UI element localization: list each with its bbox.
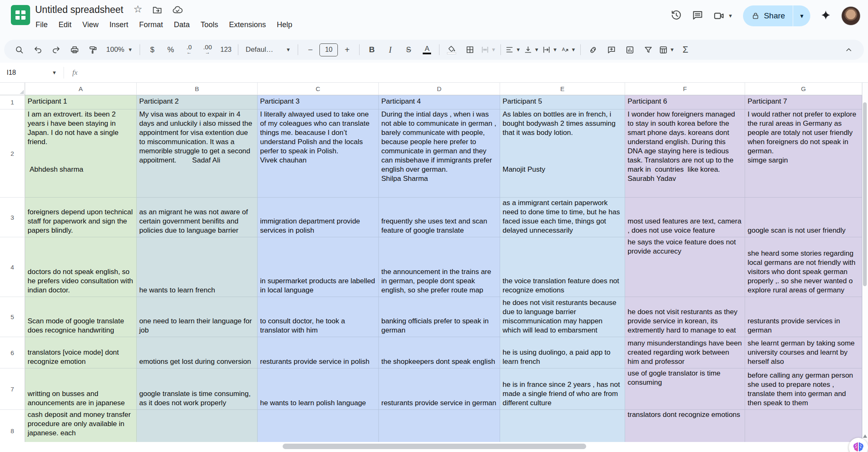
cell[interactable]: Participant 5 xyxy=(500,95,625,109)
menu-format[interactable]: Format xyxy=(134,18,168,31)
cell[interactable]: he is in france since 2 years , has not … xyxy=(500,368,625,410)
text-wrap-button[interactable]: ▼ xyxy=(541,42,559,58)
zoom-select[interactable]: 100% ▼ xyxy=(102,42,137,58)
column-header-f[interactable]: F xyxy=(625,83,745,95)
column-header-g[interactable]: G xyxy=(745,83,862,95)
name-box[interactable]: I18 ▼ xyxy=(0,69,61,76)
cell[interactable]: Participant 6 xyxy=(625,95,745,109)
table-tools-button[interactable]: ▼ xyxy=(657,42,676,58)
cell[interactable]: resturants provide service in polish xyxy=(258,337,379,368)
cell[interactable]: writting on busses and anouncements are … xyxy=(25,368,137,410)
column-header-d[interactable]: D xyxy=(379,83,500,95)
cell[interactable]: she heard some stories regarding local g… xyxy=(745,237,862,297)
decrease-font-size-button[interactable]: − xyxy=(301,42,319,58)
cell[interactable]: Participant 4 xyxy=(379,95,500,109)
borders-button[interactable] xyxy=(461,42,479,58)
cell[interactable]: before calling any german person she use… xyxy=(745,368,862,410)
cell[interactable]: he does not visit resturants as they pro… xyxy=(625,297,745,337)
cell[interactable]: use of gogle translator is time consumin… xyxy=(625,368,745,410)
share-dropdown[interactable]: ▼ xyxy=(793,13,810,19)
text-rotation-button[interactable]: A ▼ xyxy=(559,42,577,58)
text-color-button[interactable]: A xyxy=(418,42,436,58)
column-header-b[interactable]: B xyxy=(137,83,258,95)
create-filter-button[interactable] xyxy=(639,42,657,58)
increase-decimal-button[interactable]: .00→ xyxy=(198,42,217,58)
menu-view[interactable]: View xyxy=(77,18,104,31)
font-select[interactable]: Defaul… ▼ xyxy=(241,42,295,58)
insert-link-button[interactable] xyxy=(584,42,602,58)
move-folder-icon[interactable] xyxy=(152,5,162,15)
cell[interactable]: she learnt german by taking some univers… xyxy=(745,337,862,368)
collapse-toolbar-button[interactable] xyxy=(840,42,858,58)
cell[interactable]: frequently she uses text and scan featur… xyxy=(379,198,500,237)
cell[interactable]: the shopkeepers dont speak english xyxy=(379,337,500,368)
cell[interactable]: foreigners depend upon technical staff f… xyxy=(25,198,137,237)
row-header-1[interactable]: 1 xyxy=(0,95,25,109)
menu-help[interactable]: Help xyxy=(271,18,298,31)
cell[interactable]: Scan mode of google translate does recog… xyxy=(25,297,137,337)
paint-format-button[interactable] xyxy=(84,42,102,58)
undo-button[interactable] xyxy=(28,42,47,58)
redo-button[interactable] xyxy=(47,42,65,58)
row-header-6[interactable]: 6 xyxy=(0,337,25,368)
cell[interactable]: emotions get lost during conversion xyxy=(137,337,258,368)
italic-button[interactable]: I xyxy=(381,42,399,58)
cell[interactable]: many misunderstandings have been created… xyxy=(625,337,745,368)
menu-tools[interactable]: Tools xyxy=(195,18,224,31)
cell[interactable]: to consult doctor, he took a translator … xyxy=(258,297,379,337)
cell[interactable]: resturants provide service in german xyxy=(379,368,500,410)
cell[interactable]: As lables on bottles are in french, i bo… xyxy=(500,109,625,198)
sheets-logo[interactable] xyxy=(11,5,30,25)
cell[interactable]: one need to learn their language for job xyxy=(137,297,258,337)
cell[interactable]: translators [voice mode] dont recognize … xyxy=(25,337,137,368)
cell[interactable]: My visa was about to expair in 4 days an… xyxy=(137,109,258,198)
cell[interactable]: resturants provide services in german xyxy=(745,297,862,337)
select-all-corner[interactable] xyxy=(0,83,25,95)
column-header-e[interactable]: E xyxy=(500,83,625,95)
scroll-up-arrow-icon[interactable] xyxy=(863,434,867,438)
row-header-5[interactable]: 5 xyxy=(0,297,25,337)
insert-chart-button[interactable] xyxy=(620,42,639,58)
font-size-input[interactable]: 10 xyxy=(319,43,338,56)
row-header-4[interactable]: 4 xyxy=(0,237,25,297)
menu-insert[interactable]: Insert xyxy=(104,18,134,31)
account-avatar[interactable] xyxy=(841,6,860,25)
gemini-sparkle-icon[interactable] xyxy=(820,10,831,22)
version-history-icon[interactable] xyxy=(671,10,682,23)
cell[interactable]: the voice translation feature does not r… xyxy=(500,237,625,297)
cell[interactable]: Participant 7 xyxy=(745,95,862,109)
column-header-c[interactable]: C xyxy=(258,83,379,95)
format-currency-button[interactable]: $ xyxy=(143,42,161,58)
menu-data[interactable]: Data xyxy=(168,18,195,31)
document-title[interactable]: Untitled spreadsheet xyxy=(35,4,123,15)
cell[interactable]: Participant 1 xyxy=(25,95,137,109)
row-header-7[interactable]: 7 xyxy=(0,368,25,410)
cloud-status-icon[interactable] xyxy=(172,5,183,15)
cell[interactable]: Participant 3 xyxy=(258,95,379,109)
cell[interactable]: he wants to learn french xyxy=(137,237,258,297)
functions-button[interactable]: Σ xyxy=(676,42,694,58)
vertical-scrollbar-thumb[interactable] xyxy=(863,102,867,286)
vertical-align-button[interactable]: ▼ xyxy=(522,42,541,58)
meet-video-icon[interactable]: ▼ xyxy=(713,10,733,21)
column-header-a[interactable]: A xyxy=(25,83,137,95)
cell[interactable]: most used features are text, camera , do… xyxy=(625,198,745,237)
cell[interactable]: he says the voice feature does not provi… xyxy=(625,237,745,297)
cell[interactable]: doctors do not speak english, so he pref… xyxy=(25,237,137,297)
decrease-decimal-button[interactable]: .0← xyxy=(180,42,198,58)
cell[interactable]: he wants to learn polish language xyxy=(258,368,379,410)
cell[interactable]: banking officials prefer to speak in ger… xyxy=(379,297,500,337)
cell[interactable]: the announcement in the trains are in ge… xyxy=(379,237,500,297)
bold-button[interactable]: B xyxy=(363,42,381,58)
cell[interactable]: google scan is not user friendly xyxy=(745,198,862,237)
strikethrough-button[interactable]: S xyxy=(399,42,418,58)
cell[interactable]: immigration department provide services … xyxy=(258,198,379,237)
comments-icon[interactable] xyxy=(692,10,703,23)
number-format-button[interactable]: 123 xyxy=(217,42,235,58)
format-percent-button[interactable]: % xyxy=(161,42,180,58)
menu-edit[interactable]: Edit xyxy=(53,18,77,31)
row-header-2[interactable]: 2 xyxy=(0,109,25,198)
cell[interactable]: in supermarket products are labelled in … xyxy=(258,237,379,297)
menu-extensions[interactable]: Extensions xyxy=(224,18,271,31)
cell[interactable]: google translate is time consuming, as i… xyxy=(137,368,258,410)
